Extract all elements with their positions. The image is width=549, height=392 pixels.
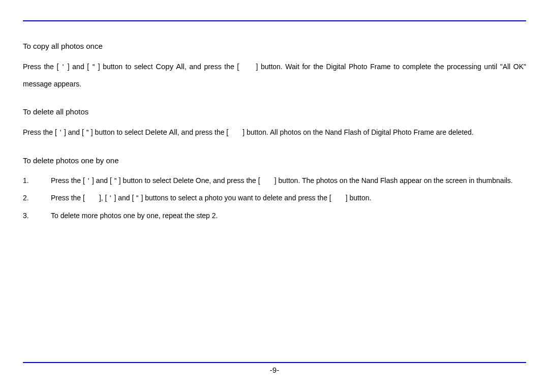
section-body: Press the [＇] and [＂] button to select C…: [23, 58, 526, 92]
section-title: To copy all photos once: [23, 42, 526, 50]
section-title: To delete all photos: [23, 107, 526, 116]
section-body: Press the [＇] and [＂] button to select D…: [23, 124, 526, 141]
section-title: To delete photos one by one: [23, 156, 526, 165]
list-content: Press the [ ], [＇] and [＂] buttons to se…: [51, 190, 526, 206]
list-content: Press the [＇] and [＂] button to select D…: [51, 172, 526, 189]
section-copy-all: To copy all photos once Press the [＇] an…: [23, 42, 526, 92]
list-content: To delete more photos one by one, repeat…: [51, 207, 526, 224]
page-footer: -9-: [23, 362, 526, 374]
list-number: 3.: [23, 207, 51, 224]
list-item: 3. To delete more photos one by one, rep…: [23, 207, 526, 224]
numbered-list: 1. Press the [＇] and [＂] button to selec…: [23, 172, 526, 224]
text-pre: Press the [＇] and [＂] button to select: [51, 176, 173, 185]
top-horizontal-rule: [23, 20, 526, 21]
list-number: 2.: [23, 190, 51, 206]
list-item: 1. Press the [＇] and [＂] button to selec…: [23, 172, 526, 189]
text-pre: To delete more photos one by one, repeat…: [51, 212, 218, 220]
section-delete-all: To delete all photos Press the [＇] and […: [23, 107, 526, 141]
page-content: To copy all photos once Press the [＇] an…: [0, 0, 549, 224]
bottom-horizontal-rule: [23, 362, 526, 363]
text-pre: Press the [＇] and [＂] button to select: [23, 63, 156, 71]
list-item: 2. Press the [ ], [＇] and [＂] buttons to…: [23, 190, 526, 206]
text-strong: Copy All: [156, 62, 185, 71]
page-number: -9-: [23, 366, 526, 374]
text-strong: Delete One: [173, 176, 209, 185]
text-post: , and press the [ ] button. All photos o…: [177, 128, 474, 136]
section-delete-one: To delete photos one by one 1. Press the…: [23, 156, 526, 224]
list-number: 1.: [23, 172, 51, 189]
text-post: , and press the [ ] button. The photos o…: [209, 176, 512, 185]
text-pre: Press the [ ], [＇] and [＂] buttons to se…: [51, 194, 371, 202]
text-pre: Press the [＇] and [＂] button to select: [23, 128, 145, 136]
text-strong: Delete All: [145, 128, 177, 136]
